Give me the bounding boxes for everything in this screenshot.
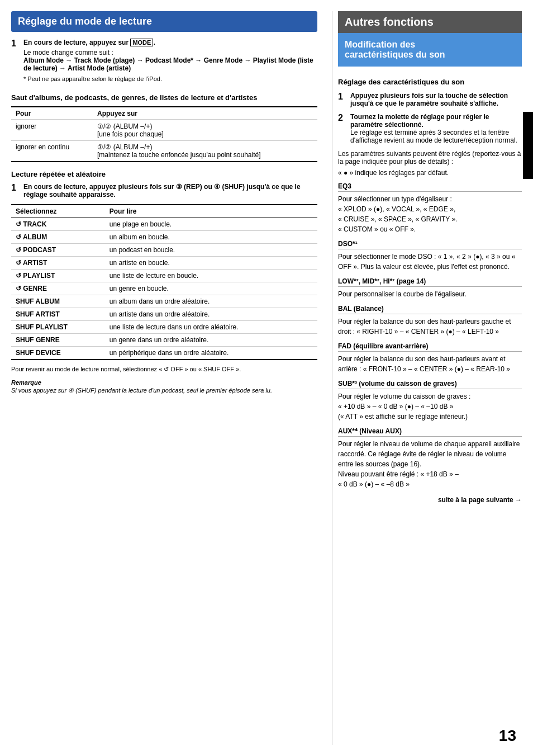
step-1: 1 En cours de lecture, appuyez sur MODE.… [11,39,317,86]
table2-shuf-device-desc: un périphérique dans un ordre aléatoire. [105,347,317,360]
table-2: Sélectionnez Pour lire ↺ TRACK une plage… [11,204,317,360]
step-2-content: En cours de lecture, appuyez plusieurs f… [23,183,317,199]
table1-row1-col2: ①/② (ALBUM –/+)[une fois pour chaque] [93,120,317,141]
table2-shuf-artist-desc: un artiste dans un ordre aléatoire. [105,308,317,321]
right-step-1: 1 Appuyez plusieurs fois sur la touche d… [338,92,522,107]
table-row: ↺ ALBUM un album en boucle. [11,231,317,244]
step-1-instruction: En cours de lecture, appuyez sur MODE. [23,39,317,46]
param-aux: AUX*⁴ (Niveau AUX) Pour régler le niveau… [338,427,522,489]
table-row: ↺ ARTIST un artiste en boucle. [11,257,317,270]
mode-key: MODE [130,39,153,46]
table2-shuf-playlist-desc: une liste de lecture dans un ordre aléat… [105,321,317,334]
table-row: SHUF ARTIST un artiste dans un ordre alé… [11,308,317,321]
table2-shuf-genre-label: SHUF GENRE [11,334,105,347]
subsection-2-title: Lecture répétée et aléatoire [11,170,317,178]
table1-row2-col1: ignorer en continu [11,141,93,162]
table-row: SHUF DEVICE un périphérique dans un ordr… [11,347,317,360]
table1-header-appuyez: Appuyez sur [93,107,317,120]
param-eq3-text: Pour sélectionner un type d'égaliseur : … [338,194,522,234]
step-1-bold: En cours de lecture, appuyez sur MODE. [23,39,155,46]
table-row: SHUF PLAYLIST une liste de lecture dans … [11,321,317,334]
right-column: Autres fonctions Modification descaracté… [332,11,522,745]
right-step-1-number: 1 [338,92,347,107]
table1-header-pour: Pour [11,107,93,120]
param-bal: BAL (Balance) Pour régler la balance du … [338,305,522,337]
intro-text: Les paramètres suivants peuvent être rég… [338,150,522,166]
param-eq3-title: EQ3 [338,182,522,192]
suite-line: suite à la page suivante → [338,496,522,504]
param-fad-text: Pour régler la balance du son des haut-p… [338,354,522,374]
remarque-block: Remarque Si vous appuyez sur ④ (SHUF) pe… [11,379,317,394]
right-subsection2-title: Réglage des caractéristiques du son [338,78,522,86]
param-sub: SUB*³ (volume du caisson de graves) Pour… [338,380,522,422]
step-1-number: 1 [11,39,20,86]
param-aux-title: AUX*⁴ (Niveau AUX) [338,427,522,437]
param-low-mid-hi-text: Pour personnaliser la courbe de l'égalis… [338,289,522,299]
right-step-2-bold: Tournez la molette de réglage pour régle… [350,113,489,129]
param-dso-title: DSO*¹ [338,240,522,249]
param-low-mid-hi-title: LOW*², MID*², HI*² (page 14) [338,277,522,287]
left-section-title: Réglage du mode de lecture [11,11,317,32]
right-content: Réglage des caractéristiques du son 1 Ap… [338,72,522,504]
table2-podcast-desc: un podcast en boucle. [105,244,317,257]
table-row: SHUF ALBUM un album dans un ordre aléato… [11,295,317,308]
table2-playlist-desc: une liste de lecture en boucle. [105,270,317,282]
page-number: 13 [499,727,516,745]
table1-row1-col1: ignorer [11,120,93,141]
param-dso: DSO*¹ Pour sélectionner le mode DSO : « … [338,240,522,272]
param-aux-text: Pour régler le niveau de volume de chaqu… [338,439,522,489]
right-step-2-number: 2 [338,113,347,144]
table2-shuf-device-label: SHUF DEVICE [11,347,105,360]
left-column: Réglage du mode de lecture 1 En cours de… [11,11,323,745]
table2-shuf-album-label: SHUF ALBUM [11,295,105,308]
table2-genre-desc: un genre en boucle. [105,282,317,295]
right-section-title: Autres fonctions [338,11,522,33]
table-row: SHUF GENRE un genre dans un ordre aléato… [11,334,317,347]
right-step-1-text: Appuyez plusieurs fois sur la touche de … [350,92,522,107]
table-row: ignorer en continu ①/② (ALBUM –/+)[maint… [11,141,317,162]
step-2-instruction: En cours de lecture, appuyez plusieurs f… [23,183,301,199]
param-eq3: EQ3 Pour sélectionner un type d'égaliseu… [338,182,522,234]
table2-album-desc: un album en boucle. [105,231,317,244]
step-1-modes: Album Mode → Track Mode (plage) → Podcas… [23,56,313,72]
table2-shuf-artist-label: SHUF ARTIST [11,308,105,321]
table2-shuf-playlist-label: SHUF PLAYLIST [11,321,105,334]
table-row: ↺ TRACK une plage en boucle. [11,218,317,231]
param-sub-text: Pour régler le volume du caisson de grav… [338,391,522,422]
table-1: Pour Appuyez sur ignorer ①/② (ALBUM –/+)… [11,106,317,162]
remarque-text: Si vous appuyez sur ④ (SHUF) pendant la … [11,387,272,394]
step-1-footnote: * Peut ne pas apparaître selon le réglag… [23,75,317,82]
param-sub-title: SUB*³ (volume du caisson de graves) [338,380,522,389]
param-dso-text: Pour sélectionner le mode DSO : « 1 », «… [338,252,522,272]
right-step-2-text: Le réglage est terminé après 3 secondes … [350,129,517,144]
subsection-1-title: Saut d'albums, de podcasts, de genres, d… [11,93,317,102]
table-row: ↺ PODCAST un podcast en boucle. [11,244,317,257]
table-row: ignorer ①/② (ALBUM –/+)[une fois pour ch… [11,120,317,141]
table-row: ↺ PLAYLIST une liste de lecture en boucl… [11,270,317,282]
param-bal-title: BAL (Balance) [338,305,522,314]
table2-artist-label: ↺ ARTIST [11,257,105,270]
table2-playlist-label: ↺ PLAYLIST [11,270,105,282]
step-1-content: En cours de lecture, appuyez sur MODE. L… [23,39,317,86]
remarque-title: Remarque [11,379,41,386]
param-fad: FAD (équilibre avant-arrière) Pour régle… [338,342,522,374]
right-step-1-bold: Appuyez plusieurs fois sur la touche de … [350,92,508,107]
table2-genre-label: ↺ GENRE [11,282,105,295]
table2-album-label: ↺ ALBUM [11,231,105,244]
table2-artist-desc: un artiste en boucle. [105,257,317,270]
table2-track-label: ↺ TRACK [11,218,105,231]
right-subsection-title: Modification descaractéristiques du son [338,33,522,67]
table2-header-pour-lire: Pour lire [105,205,317,218]
default-text: « ● » indique les réglages par défaut. [338,169,522,177]
right-step-2-content: Tournez la molette de réglage pour régle… [350,113,522,144]
table-row: ↺ GENRE un genre en boucle. [11,282,317,295]
suite-text: suite à la page suivante → [438,496,522,504]
decorative-black-bar [523,112,533,179]
table2-header-selectionnez: Sélectionnez [11,205,105,218]
step-2-number: 1 [11,183,20,199]
footnote-off: Pour revenir au mode de lecture normal, … [11,366,317,373]
step-1-desc: Le mode change comme suit : Album Mode →… [23,49,317,72]
table1-row2-col2: ①/② (ALBUM –/+)[maintenez la touche enfo… [93,141,317,162]
param-low-mid-hi: LOW*², MID*², HI*² (page 14) Pour person… [338,277,522,299]
table2-shuf-genre-desc: un genre dans un ordre aléatoire. [105,334,317,347]
